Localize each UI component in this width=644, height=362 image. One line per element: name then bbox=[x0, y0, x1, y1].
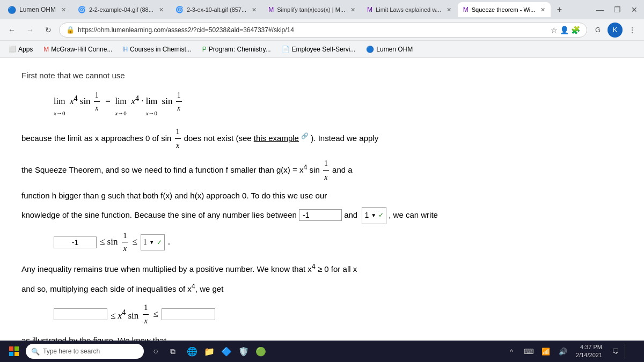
apps-icon: ⬜ bbox=[9, 46, 16, 53]
minimize-button[interactable]: — bbox=[592, 2, 608, 17]
tab-lumen-icon: 🔵 bbox=[8, 6, 16, 14]
tab-2-3[interactable]: 🌀 2-3-ex-10-alt.gif (857... ✕ bbox=[170, 2, 262, 17]
svg-rect-0 bbox=[9, 346, 13, 351]
employee-label: Employee Self-Servi... bbox=[292, 46, 356, 53]
bookmarks-bar: ⬜ Apps M McGraw-Hill Conne... H Courses … bbox=[0, 41, 644, 58]
tab-2-3-close[interactable]: ✕ bbox=[252, 6, 257, 13]
bookmark-program[interactable]: P Program: Chemistry... bbox=[198, 45, 275, 54]
svg-rect-3 bbox=[14, 352, 19, 356]
mcgraw-icon: M bbox=[43, 46, 49, 53]
window-controls: — ❐ ✕ bbox=[592, 2, 642, 17]
clock-date: 2/14/2021 bbox=[576, 351, 602, 359]
employee-icon: 📄 bbox=[282, 46, 290, 53]
system-tray: ^ ⌨ 📶 🔊 4:37 PM 2/14/2021 🗨 bbox=[504, 343, 640, 360]
system-clock[interactable]: 4:37 PM 2/14/2021 bbox=[573, 343, 605, 360]
tray-caret[interactable]: ^ bbox=[504, 344, 519, 359]
select-1-chevron: ▼ bbox=[371, 211, 376, 220]
upper-bound-select-1[interactable]: 1 ▼ ✓ bbox=[362, 207, 386, 224]
edge-taskbar-icon[interactable]: 🔷 bbox=[219, 344, 234, 359]
taskview-button[interactable]: ⧉ bbox=[165, 344, 180, 359]
first-note: First note that we cannot use bbox=[21, 69, 623, 83]
paragraph-1: because the limit as x approaches 0 of s… bbox=[21, 125, 623, 152]
tab-squeeze-close[interactable]: ✕ bbox=[540, 6, 545, 13]
bookmark-lumen[interactable]: 🔵 Lumen OHM bbox=[362, 45, 417, 54]
lower-bound-input[interactable] bbox=[54, 237, 97, 248]
bookmark-employee[interactable]: 📄 Employee Self-Servi... bbox=[277, 45, 360, 54]
tab-limit-laws-label: Limit Laws explained w... bbox=[376, 6, 441, 13]
bookmark-apps[interactable]: ⬜ Apps bbox=[4, 45, 37, 54]
taskbar-search[interactable]: 🔍 Type here to search bbox=[26, 344, 144, 359]
tab-squeeze[interactable]: M Squeeze theorem - Wi... ✕ bbox=[458, 2, 551, 17]
lock-icon: 🔒 bbox=[66, 26, 75, 34]
select-2-value: 1 bbox=[143, 236, 147, 249]
paragraph-2: the Squeeze Theorem, and so we need to f… bbox=[21, 157, 623, 184]
tray-keyboard[interactable]: ⌨ bbox=[521, 344, 536, 359]
chrome-taskbar-icon[interactable]: 🟢 bbox=[253, 344, 268, 359]
account-button[interactable]: G bbox=[590, 23, 605, 38]
tab-2-2-icon: 🌀 bbox=[78, 6, 86, 13]
profile-icon[interactable]: 👤 bbox=[560, 26, 569, 34]
cortana-button[interactable]: ○ bbox=[148, 344, 163, 359]
forward-button[interactable]: → bbox=[23, 23, 38, 38]
search-placeholder: Type here to search bbox=[43, 348, 100, 355]
select-2-check: ✓ bbox=[157, 237, 162, 248]
mcgraw-label: McGraw-Hill Conne... bbox=[51, 46, 112, 53]
close-button[interactable]: ✕ bbox=[627, 2, 642, 17]
tray-network[interactable]: 📶 bbox=[538, 344, 553, 359]
desktop-button[interactable] bbox=[625, 344, 640, 359]
browser-taskbar-icon[interactable]: 🌐 bbox=[185, 344, 200, 359]
paragraph-4: knowledge of the sine function. Because … bbox=[21, 207, 623, 224]
tab-lumen-close[interactable]: ✕ bbox=[61, 6, 66, 13]
settings-button[interactable]: ⋮ bbox=[625, 23, 640, 38]
x4-upper-input[interactable] bbox=[162, 308, 215, 320]
tab-limit-laws-close[interactable]: ✕ bbox=[447, 6, 451, 13]
url-bar[interactable]: 🔒 https://ohm.lumenlearning.com/assess2/… bbox=[59, 23, 587, 38]
k-button[interactable]: K bbox=[608, 23, 623, 38]
explorer-taskbar-icon[interactable]: 📁 bbox=[202, 344, 217, 359]
tab-2-3-icon: 🌀 bbox=[175, 6, 184, 13]
clock-time: 4:37 PM bbox=[576, 343, 602, 351]
shield-taskbar-icon[interactable]: 🛡️ bbox=[236, 344, 251, 359]
tab-lumen[interactable]: 🔵 Lumen OHM ✕ bbox=[2, 2, 71, 17]
program-icon: P bbox=[202, 46, 207, 53]
star-icon[interactable]: ☆ bbox=[551, 26, 558, 34]
bookmark-mcgraw[interactable]: M McGraw-Hill Conne... bbox=[39, 45, 116, 54]
tab-lumen-label: Lumen OHM bbox=[19, 6, 56, 13]
url-text: https://ohm.lumenlearning.com/assess2/?c… bbox=[78, 26, 547, 34]
url-icons: ☆ 👤 🧩 bbox=[551, 26, 580, 34]
paragraph-multiplying: and so, multiplying each side of inequal… bbox=[21, 280, 623, 296]
svg-rect-2 bbox=[9, 352, 13, 356]
x4-lower-input[interactable] bbox=[54, 308, 107, 320]
tab-2-2-close[interactable]: ✕ bbox=[159, 6, 164, 13]
tab-simplify[interactable]: M Simplify tan(x)cos(x) | M... ✕ bbox=[263, 2, 361, 17]
refresh-button[interactable]: ↻ bbox=[41, 23, 56, 38]
tab-2-2[interactable]: 🌀 2-2-example-04.gif (88... ✕ bbox=[72, 2, 169, 17]
between-value-input[interactable] bbox=[299, 209, 342, 221]
tab-squeeze-label: Squeeze theorem - Wi... bbox=[472, 6, 536, 13]
paragraph-illustrated: as illustrated by the figure. We know th… bbox=[21, 333, 623, 341]
tab-simplify-close[interactable]: ✕ bbox=[350, 6, 355, 13]
notification-button[interactable]: 🗨 bbox=[608, 344, 623, 359]
back-button[interactable]: ← bbox=[4, 23, 19, 38]
restore-button[interactable]: ❐ bbox=[610, 2, 625, 17]
this-example-link[interactable]: this example bbox=[254, 133, 299, 142]
new-tab-button[interactable]: + bbox=[552, 2, 567, 17]
search-icon: 🔍 bbox=[31, 348, 40, 356]
address-bar: ← → ↻ 🔒 https://ohm.lumenlearning.com/as… bbox=[0, 19, 644, 41]
tab-limit-laws[interactable]: M Limit Laws explained w... ✕ bbox=[362, 2, 457, 17]
example-link-icon[interactable]: 🔗 bbox=[301, 132, 309, 138]
select-1-value: 1 bbox=[364, 209, 369, 222]
lumen-bookmark-label: Lumen OHM bbox=[376, 46, 413, 53]
extension-icon[interactable]: 🧩 bbox=[571, 26, 580, 34]
tab-simplify-label: Simplify tan(x)cos(x) | M... bbox=[277, 6, 345, 13]
taskbar: 🔍 Type here to search ○ ⧉ 🌐 📁 🔷 🛡️ 🟢 ^ ⌨… bbox=[0, 341, 644, 362]
paragraph-positive: Any inequality remains true when multipl… bbox=[21, 261, 623, 276]
main-inequality: ≤ sin 1 x ≤ 1 ▼ ✓ . bbox=[54, 230, 623, 256]
tab-2-2-label: 2-2-example-04.gif (88... bbox=[89, 6, 153, 13]
upper-bound-select-2[interactable]: 1 ▼ ✓ bbox=[141, 234, 165, 250]
start-button[interactable] bbox=[4, 342, 24, 361]
tray-volume[interactable]: 🔊 bbox=[555, 344, 570, 359]
courses-icon: H bbox=[123, 46, 128, 53]
bookmark-courses[interactable]: H Courses in Chemist... bbox=[119, 45, 195, 54]
select-1-check: ✓ bbox=[378, 210, 384, 221]
